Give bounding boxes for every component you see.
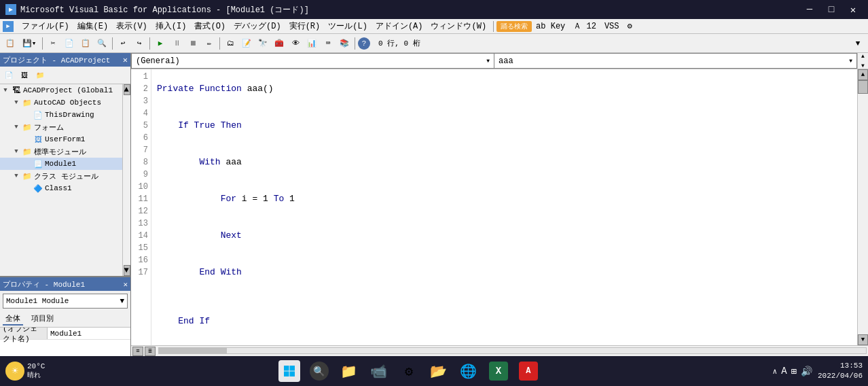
- scrollbar-down-btn[interactable]: ▼: [124, 265, 130, 276]
- tray-chevron[interactable]: ∧: [773, 367, 778, 376]
- scroll-up-btn[interactable]: ▲: [858, 69, 868, 80]
- tb-help[interactable]: ?: [358, 37, 370, 50]
- project-toggle-folders[interactable]: 📁: [33, 69, 48, 82]
- tree-autocad-toggle[interactable]: ▼: [11, 97, 22, 108]
- time-info[interactable]: 13:53 2022/04/06: [818, 361, 863, 382]
- menu-ab-key[interactable]: ab Key: [532, 20, 569, 33]
- project-view-object[interactable]: 🖼: [17, 69, 32, 82]
- project-scrollbar[interactable]: ▲ ▼: [122, 84, 130, 276]
- tb-properties[interactable]: 📝: [239, 36, 254, 51]
- close-button[interactable]: ✕: [844, 0, 863, 19]
- tree-forms-toggle[interactable]: ▼: [11, 122, 22, 133]
- menu-run[interactable]: 実行(R): [285, 19, 325, 33]
- code-editor[interactable]: Private Function aaa() If True Then With…: [151, 69, 857, 345]
- tb-stop[interactable]: ⏹: [185, 36, 200, 51]
- taskbar-explorer-btn[interactable]: 📁: [338, 360, 360, 382]
- minimize-button[interactable]: ─: [800, 0, 819, 19]
- tree-autocad-objects[interactable]: ▼ 📁 AutoCAD Objects: [0, 96, 122, 109]
- tray-sound-icon[interactable]: 🔊: [801, 366, 812, 377]
- h-scroll-thumb[interactable]: [159, 348, 227, 353]
- tb-locals[interactable]: 📊: [304, 36, 319, 51]
- tb-toolbox[interactable]: 🧰: [272, 36, 287, 51]
- view-full-btn[interactable]: ≣: [145, 347, 156, 356]
- code-scrollbar[interactable]: ▲ ▼: [857, 69, 868, 345]
- taskbar-files-btn[interactable]: 📂: [428, 360, 450, 382]
- menu-insert[interactable]: 挿入(I): [151, 19, 191, 33]
- tree-thisdrawing[interactable]: ▶ 📄 ThisDrawing: [0, 109, 122, 121]
- properties-grid: (オブジェクト名) Module1: [0, 328, 130, 356]
- weather-temp: 20°C: [27, 362, 45, 370]
- tb-paste[interactable]: 📋: [78, 36, 93, 51]
- tb-undo[interactable]: ↩: [115, 36, 130, 51]
- project-panel-close[interactable]: ✕: [123, 55, 128, 65]
- menu-view[interactable]: 表示(V): [112, 19, 151, 33]
- h-scroll-track: [158, 347, 867, 354]
- tree-class-toggle[interactable]: ▼: [11, 171, 22, 181]
- tree-std-modules[interactable]: ▼ 📁 標準モジュール: [0, 145, 122, 158]
- taskbar-windows-btn[interactable]: [278, 360, 300, 382]
- menu-vss[interactable]: VSS: [600, 20, 623, 33]
- tb-redo[interactable]: ↪: [132, 36, 147, 51]
- tree-module1[interactable]: ▶ 📃 Module1: [0, 158, 122, 170]
- tb-arrow-down[interactable]: ▼: [850, 36, 865, 51]
- taskbar-settings-btn[interactable]: ⚙: [398, 360, 420, 382]
- tb-immediate[interactable]: ⌨: [321, 36, 336, 51]
- scroll-up-arrow[interactable]: ▲: [861, 53, 865, 59]
- tree-class-modules[interactable]: ▼ 📁 クラス モジュール: [0, 170, 122, 182]
- menu-addins[interactable]: アドイン(A): [372, 19, 427, 33]
- scroll-down-arrow[interactable]: ▼: [861, 63, 865, 69]
- tb-call-stack[interactable]: 📚: [337, 36, 352, 51]
- menu-gear[interactable]: ⚙: [623, 20, 636, 33]
- code-toolbar-scroll[interactable]: ▲ ▼: [857, 53, 868, 69]
- tb-view-btn[interactable]: 📋: [3, 36, 18, 51]
- tree-class1[interactable]: ▶ 🔷 Class1: [0, 182, 122, 194]
- properties-tab-all[interactable]: 全体: [3, 313, 23, 326]
- menu-edit[interactable]: 編集(E): [73, 19, 113, 33]
- properties-dropdown[interactable]: Module1 Module ▼: [3, 294, 128, 309]
- tb-run[interactable]: ▶: [153, 36, 168, 51]
- properties-panel-close[interactable]: ✕: [123, 280, 128, 289]
- tb-watch[interactable]: 👁: [288, 36, 303, 51]
- tb-copy[interactable]: 📄: [62, 36, 77, 51]
- tree-forms[interactable]: ▼ 📁 フォーム: [0, 121, 122, 133]
- properties-value[interactable]: Module1: [48, 328, 130, 339]
- tray-font-icon: A: [781, 366, 786, 376]
- taskbar-autocad-btn[interactable]: A: [518, 360, 539, 382]
- taskbar-search-btn[interactable]: 🔍: [308, 360, 330, 382]
- tree-root[interactable]: ▼ 🏗 ACADProject (Global1: [0, 84, 122, 96]
- tree-userform1[interactable]: ▶ 🖼 UserForm1: [0, 133, 122, 145]
- tb-design-mode[interactable]: ✏: [202, 36, 217, 51]
- menu-window[interactable]: ウィンドウ(W): [427, 19, 490, 33]
- project-view-code[interactable]: 📄: [1, 69, 16, 82]
- menu-search[interactable]: 踊る検索: [496, 21, 532, 32]
- menu-a12[interactable]: Ａ 12: [569, 19, 600, 33]
- tb-break[interactable]: ⏸: [169, 36, 184, 51]
- scroll-thumb[interactable]: [858, 80, 868, 94]
- taskbar-meet-btn[interactable]: 📹: [368, 360, 390, 382]
- current-time: 13:53: [818, 361, 863, 371]
- tb-object-browser[interactable]: 🔭: [255, 36, 270, 51]
- tb-project-explorer[interactable]: 🗂: [223, 36, 238, 51]
- line-num-4: 4: [131, 107, 148, 120]
- taskbar-excel-btn[interactable]: X: [488, 360, 509, 382]
- tree-std-toggle[interactable]: ▼: [11, 146, 22, 157]
- tb-save-dropdown[interactable]: 💾▾: [19, 36, 39, 51]
- menu-format[interactable]: 書式(O): [190, 19, 230, 33]
- taskbar-edge-btn[interactable]: 🌐: [458, 360, 480, 382]
- general-dropdown[interactable]: (General) ▼: [131, 53, 494, 69]
- scroll-down-btn[interactable]: ▼: [858, 334, 868, 345]
- scrollbar-up-btn[interactable]: ▲: [124, 84, 130, 95]
- properties-tab-category[interactable]: 項目別: [29, 313, 56, 326]
- tb-cut[interactable]: ✂: [46, 36, 60, 51]
- tree-root-toggle[interactable]: ▼: [0, 85, 11, 96]
- excel-icon: X: [489, 362, 508, 381]
- title-bar-controls[interactable]: ─ □ ✕: [800, 0, 863, 19]
- view-proc-btn[interactable]: ≡: [132, 347, 143, 356]
- scrollbar-track: [123, 95, 130, 265]
- menu-file[interactable]: ファイル(F): [18, 19, 73, 33]
- menu-tools[interactable]: ツール(L): [324, 19, 372, 33]
- proc-dropdown[interactable]: aaa ▼: [494, 53, 857, 69]
- tb-find[interactable]: 🔍: [94, 36, 109, 51]
- menu-debug[interactable]: デバッグ(D): [230, 19, 285, 33]
- restore-button[interactable]: □: [822, 0, 841, 19]
